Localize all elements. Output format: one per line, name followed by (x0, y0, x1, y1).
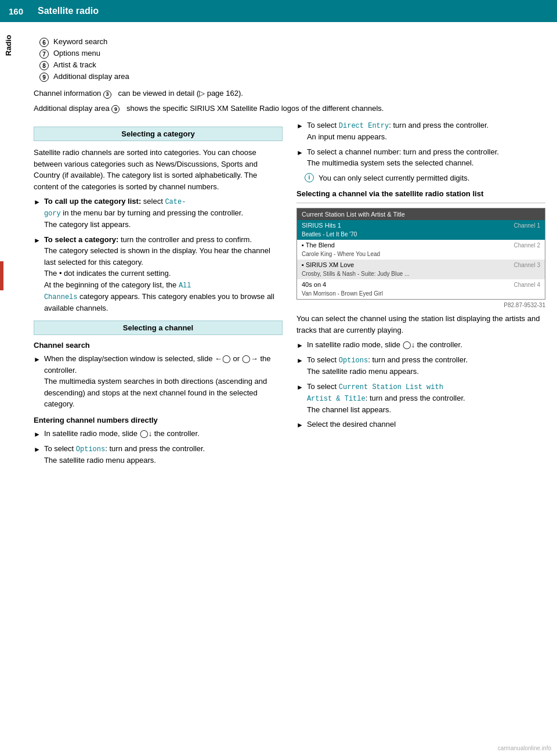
arrow-icon: ► (296, 420, 303, 430)
station-track: Carole King - Where You Lead (297, 250, 545, 260)
arrow-icon: ► (296, 147, 303, 158)
channel-info-para: Channel information 3 can be viewed in d… (34, 88, 545, 99)
bullet-channel-search: ► When the display/section window is sel… (34, 353, 283, 410)
divider (296, 203, 545, 203)
info-note: i You can only select currently permitte… (305, 172, 545, 184)
bullet-entering-1-text: In satellite radio mode, slide ◯↓ the co… (44, 428, 283, 440)
bullet-entering-2: ► To select Options: turn and press the … (34, 443, 283, 466)
station-track: Beatles - Let It Be '70 (297, 231, 545, 240)
channel-search-title: Channel search (34, 341, 283, 350)
list-item: 9 Additional display area (39, 72, 545, 82)
station-channel: Channel 2 (513, 242, 540, 249)
left-column: Selecting a category Satellite radio cha… (34, 120, 283, 469)
arrow-icon: ► (34, 429, 41, 440)
info-note-text: You can only select currently permitted … (319, 172, 469, 184)
item-8-text: Artist & track (53, 60, 96, 69)
list-item: 6 Keyword search (39, 37, 545, 47)
arrow-icon: ► (296, 355, 303, 366)
station-list-header: Current Station List with Artist & Title (297, 208, 545, 220)
list-item: 8 Artist & track (39, 60, 545, 70)
arrow-icon: ► (34, 235, 41, 246)
bullet-select-category: ► To select a category: turn the control… (34, 234, 283, 314)
category-body: Satellite radio channels are sorted into… (34, 147, 283, 192)
arrow-icon: ► (296, 340, 303, 351)
station-name: SIRIUS Hits 1 (302, 222, 341, 229)
station-name: ▪ The Blend (302, 242, 335, 249)
header-bar: 160 Satellite radio (0, 0, 557, 22)
two-column-section: Selecting a category Satellite radio cha… (34, 120, 545, 469)
bullet-category-list-text: To call up the category list: select Cat… (44, 196, 283, 231)
arrow-icon: ► (296, 382, 303, 393)
station-name: ▪ SIRIUS XM Love (302, 261, 354, 268)
selecting-category-header: Selecting a category (34, 127, 283, 141)
list-item: 7 Options menu (39, 49, 545, 59)
circle-9: 9 (39, 73, 49, 82)
page-number: 160 (0, 0, 32, 22)
side-tab-label: Radio (4, 28, 13, 63)
station-track: Van Morrison - Brown Eyed Girl (297, 290, 545, 299)
side-tab-bar (0, 261, 3, 290)
arrow-icon: ► (34, 354, 41, 365)
bullet-channel-search-text: When the display/section window is selec… (44, 353, 283, 410)
bullet-slide-text: In satellite radio mode, slide ◯↓ the co… (307, 339, 545, 351)
entering-channel-title: Entering channel numbers directly (34, 416, 283, 424)
bullet-slide: ► In satellite radio mode, slide ◯↓ the … (296, 339, 545, 351)
additional-display-para: Additional display area 9 shows the spec… (34, 103, 545, 114)
bullet-channel-number: ► To select a channel number: turn and p… (296, 146, 545, 169)
station-channel: Channel 1 (513, 222, 540, 229)
info-icon: i (305, 173, 314, 182)
circle-8: 8 (39, 61, 49, 70)
bullet-entering-2-text: To select Options: turn and press the co… (44, 443, 283, 466)
bullet-select-channel: ► Select the desired channel (296, 419, 545, 430)
circle-6: 6 (39, 38, 49, 47)
station-row: ▪ The Blend Channel 2 (297, 240, 545, 250)
station-row: SIRIUS Hits 1 Channel 1 (297, 220, 545, 231)
station-row: 40s on 4 Channel 4 (297, 279, 545, 290)
bullet-current-station: ► To select Current Station List withArt… (296, 381, 545, 416)
numbered-list: 6 Keyword search 7 Options menu 8 Artist… (39, 37, 545, 82)
bullet-current-station-text: To select Current Station List withArtis… (307, 381, 545, 416)
bullet-options-text: To select Options: turn and press the co… (307, 354, 545, 377)
station-channel: Channel 3 (513, 262, 540, 268)
selecting-channel-header: Selecting a channel (34, 321, 283, 335)
watermark: carmanualonline.info (498, 745, 551, 751)
station-track: Crosby, Stills & Nash - Suite: Judy Blue… (297, 270, 545, 279)
station-list: Current Station List with Artist & Title… (296, 208, 545, 300)
station-channel: Channel 4 (513, 282, 540, 288)
main-content: 6 Keyword search 7 Options menu 8 Artist… (16, 22, 557, 478)
bullet-entering-1: ► In satellite radio mode, slide ◯↓ the … (34, 428, 283, 440)
station-name: 40s on 4 (302, 281, 326, 288)
page-title: Satellite radio (38, 6, 99, 16)
bullet-category-list: ► To call up the category list: select C… (34, 196, 283, 231)
circle-7: 7 (39, 49, 49, 59)
bullet-channel-number-text: To select a channel number: turn and pre… (307, 146, 545, 169)
bullet-select-category-text: To select a category: turn the controlle… (44, 234, 283, 314)
bullet-select-channel-text: Select the desired channel (307, 419, 545, 430)
bullet-direct-entry: ► To select Direct Entry: turn and press… (296, 120, 545, 143)
item-7-text: Options menu (53, 49, 100, 57)
figure-caption: P82.87-9532-31 (296, 302, 545, 308)
you-can-text: You can select the channel using the sta… (296, 313, 545, 336)
right-column: ► To select Direct Entry: turn and press… (296, 120, 545, 469)
arrow-icon: ► (34, 197, 41, 207)
side-tab: Radio (0, 22, 16, 63)
bullet-direct-entry-text: To select Direct Entry: turn and press t… (307, 120, 545, 143)
station-row: ▪ SIRIUS XM Love Channel 3 (297, 260, 545, 270)
bullet-options: ► To select Options: turn and press the … (296, 354, 545, 377)
arrow-icon: ► (34, 444, 41, 455)
item-9-text: Additional display area (53, 72, 129, 81)
item-6-text: Keyword search (53, 37, 107, 46)
arrow-icon: ► (296, 121, 303, 131)
station-list-section-title: Selecting a channel via the satellite ra… (296, 189, 545, 198)
